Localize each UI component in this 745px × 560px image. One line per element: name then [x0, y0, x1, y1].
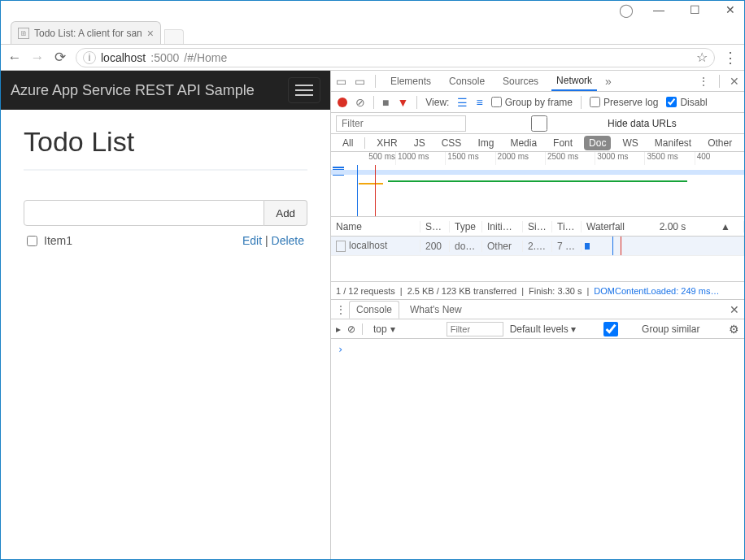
col-size[interactable]: Size — [523, 221, 552, 232]
window-titlebar: ◯ — ☐ ✕ — [1, 1, 744, 19]
delete-link[interactable]: Delete — [272, 234, 304, 247]
browser-menu-icon[interactable]: ⋮ — [723, 49, 738, 67]
col-initiator[interactable]: Initiator — [482, 221, 523, 232]
drawer-menu-icon[interactable]: ⋮ — [336, 304, 346, 315]
maximize-button[interactable]: ☐ — [684, 1, 705, 19]
resource-type-filters: All XHR JS CSS Img Media Font Doc WS Man… — [331, 134, 744, 152]
network-table: Name St… Type Initiator Size Ti… Waterfa… — [331, 217, 744, 282]
network-filter-input[interactable] — [336, 115, 466, 132]
network-request-row[interactable]: localhost 200 do… Other 2.… 7 … — [331, 237, 744, 256]
col-status[interactable]: St… — [420, 221, 450, 232]
devtools-tabbar: ▭ ▭ Elements Console Sources Network » ⋮… — [331, 71, 744, 92]
tab-elements[interactable]: Elements — [386, 72, 436, 90]
back-button[interactable]: ← — [7, 50, 22, 66]
page-viewport: Azure App Service REST API Sample Todo L… — [1, 71, 330, 559]
capture-screenshots-icon[interactable]: ■ — [382, 96, 389, 109]
browser-tab[interactable]: 🗎 Todo List: A client for san × — [11, 21, 161, 44]
forward-button: → — [30, 50, 45, 66]
console-sidebar-icon[interactable]: ▸ — [336, 323, 341, 335]
network-toolbar: ⊘ ■ ▼ View: ☰ ≡ Group by frame Preserve … — [331, 92, 744, 113]
page-title: Todo List — [24, 121, 307, 169]
col-type[interactable]: Type — [450, 221, 482, 232]
tab-close-icon[interactable]: × — [147, 27, 154, 40]
filter-css[interactable]: CSS — [437, 136, 467, 150]
filter-ws[interactable]: WS — [617, 136, 643, 150]
network-timeline[interactable]: 500 ms 1000 ms 1500 ms 2000 ms 2500 ms 3… — [331, 152, 744, 217]
col-time[interactable]: Ti… — [552, 221, 582, 232]
network-filterbar: Hide data URLs — [331, 113, 744, 134]
filter-xhr[interactable]: XHR — [372, 136, 402, 150]
filter-doc[interactable]: Doc — [584, 136, 611, 150]
filter-manifest[interactable]: Manifest — [650, 136, 696, 150]
col-waterfall[interactable]: Waterfall 2.00 s ▲ — [582, 221, 744, 232]
console-clear-icon[interactable]: ⊘ — [347, 323, 355, 335]
devtools-menu-icon[interactable]: ⋮ — [698, 75, 709, 88]
more-tabs-icon[interactable]: » — [605, 75, 612, 88]
app-brand: Azure App Service REST API Sample — [11, 82, 255, 99]
new-item-input[interactable] — [24, 200, 264, 226]
view-label: View: — [425, 97, 449, 108]
col-name[interactable]: Name — [331, 221, 420, 232]
drawer-tab-whatsnew[interactable]: What's New — [403, 301, 469, 319]
url-port: :5000 — [150, 51, 179, 64]
profile-icon[interactable]: ◯ — [619, 2, 634, 18]
filter-all[interactable]: All — [338, 136, 358, 150]
reload-button[interactable]: ⟳ — [53, 49, 68, 66]
console-toolbar: ▸ ⊘ top Default levels Group similar ⚙ — [331, 319, 744, 339]
tab-network[interactable]: Network — [551, 72, 597, 91]
tab-console[interactable]: Console — [444, 72, 490, 90]
site-info-icon[interactable]: i — [83, 51, 96, 64]
filter-other[interactable]: Other — [703, 136, 737, 150]
sort-asc-icon: ▲ — [721, 221, 730, 232]
large-rows-icon[interactable]: ☰ — [457, 96, 468, 109]
devtools-drawer-tabs: ⋮ Console What's New ✕ — [331, 300, 744, 319]
inspect-icon[interactable]: ▭ — [336, 75, 346, 88]
browser-toolbar: ← → ⟳ i localhost:5000/#/Home ☆ ⋮ — [1, 45, 744, 71]
todo-label: Item1 — [44, 234, 72, 247]
network-table-header: Name St… Type Initiator Size Ti… Waterfa… — [331, 217, 744, 237]
tab-title: Todo List: A client for san — [34, 28, 142, 39]
disable-cache-checkbox[interactable]: Disabl — [666, 97, 707, 108]
address-bar[interactable]: i localhost:5000/#/Home ☆ — [76, 48, 715, 67]
console-context-select[interactable]: top — [369, 321, 440, 337]
console-filter-input[interactable] — [447, 322, 503, 336]
add-button[interactable]: Add — [264, 200, 307, 226]
drawer-close-icon[interactable]: ✕ — [730, 303, 739, 316]
url-host: localhost — [101, 51, 146, 64]
new-tab-button[interactable] — [164, 29, 184, 44]
drawer-tab-console[interactable]: Console — [349, 301, 399, 319]
app-navbar: Azure App Service REST API Sample — [1, 71, 330, 110]
url-path: /#/Home — [184, 51, 227, 64]
document-icon — [336, 241, 346, 252]
minimize-button[interactable]: — — [648, 1, 669, 19]
network-statusbar: 1 / 12 requests| 2.5 KB / 123 KB transfe… — [331, 282, 744, 300]
devtools-close-icon[interactable]: ✕ — [730, 75, 739, 88]
clear-icon[interactable]: ⊘ — [355, 96, 365, 109]
filter-icon[interactable]: ▼ — [397, 96, 408, 109]
console-settings-icon[interactable]: ⚙ — [729, 323, 739, 336]
close-window-button[interactable]: ✕ — [720, 1, 741, 19]
group-similar-checkbox[interactable]: Group similar — [582, 322, 699, 336]
filter-font[interactable]: Font — [548, 136, 577, 150]
console-prompt: › — [338, 344, 343, 355]
todo-checkbox[interactable] — [27, 236, 37, 246]
console-levels-select[interactable]: Default levels — [510, 323, 576, 335]
device-toggle-icon[interactable]: ▭ — [355, 75, 365, 88]
filter-img[interactable]: Img — [473, 136, 499, 150]
navbar-toggle-icon[interactable] — [288, 77, 320, 103]
filter-js[interactable]: JS — [409, 136, 430, 150]
group-by-frame-checkbox[interactable]: Group by frame — [491, 97, 573, 108]
overview-icon[interactable]: ≡ — [476, 96, 482, 109]
devtools-panel: ▭ ▭ Elements Console Sources Network » ⋮… — [330, 71, 744, 559]
record-icon[interactable] — [338, 98, 347, 107]
divider — [24, 169, 307, 171]
browser-tabstrip: 🗎 Todo List: A client for san × — [1, 19, 744, 45]
edit-link[interactable]: Edit — [242, 234, 262, 247]
hide-data-urls-checkbox[interactable]: Hide data URLs — [474, 115, 677, 132]
preserve-log-checkbox[interactable]: Preserve log — [590, 97, 658, 108]
filter-media[interactable]: Media — [505, 136, 542, 150]
console-body[interactable]: › — [331, 339, 744, 360]
tab-sources[interactable]: Sources — [498, 72, 543, 90]
todo-item-row: Item1 Edit | Delete — [24, 226, 307, 255]
bookmark-icon[interactable]: ☆ — [696, 50, 708, 65]
